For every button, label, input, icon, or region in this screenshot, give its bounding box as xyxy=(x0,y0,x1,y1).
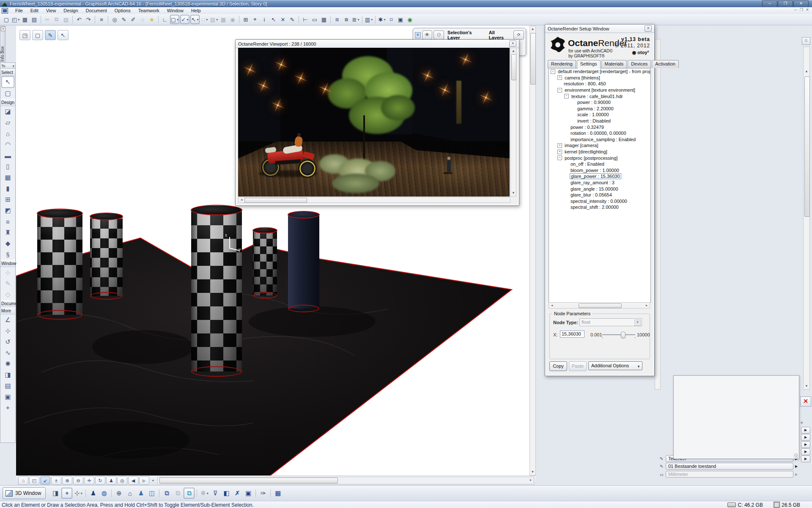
save-button[interactable]: ▦ xyxy=(21,15,29,24)
menu-document[interactable]: Document xyxy=(82,8,111,14)
document-3d-button[interactable]: ▣ xyxy=(243,488,253,498)
menu-view[interactable]: View xyxy=(42,8,60,14)
tree-row[interactable]: +imager [camera] xyxy=(549,142,650,149)
print-button[interactable]: ▤ xyxy=(30,15,38,24)
photo-button[interactable]: ▣ xyxy=(396,15,405,24)
walk-button[interactable]: ♟ xyxy=(106,476,116,485)
render-preview-button[interactable]: ▦ xyxy=(273,488,283,498)
collapse-icon[interactable]: − xyxy=(551,69,555,74)
wall-tool[interactable]: ◪ xyxy=(0,106,15,117)
section-tool[interactable]: ◨ xyxy=(0,369,15,380)
copy-button[interactable]: Copy xyxy=(549,361,567,371)
door-tool[interactable]: ▮ xyxy=(0,183,15,194)
previous-zoom-button[interactable]: ◀ xyxy=(128,476,138,485)
tab-materials[interactable]: Materials xyxy=(601,60,627,68)
toolbox-section-window[interactable]: Window xyxy=(0,260,15,267)
tree-row[interactable]: rotation : 0.00000, 0.00000 xyxy=(549,130,650,137)
tree-row[interactable]: bloom_power : 1.00000 xyxy=(549,167,650,174)
expand-icon[interactable]: + xyxy=(557,75,562,80)
roof-tool[interactable]: ⌂ xyxy=(0,128,15,139)
tree-row[interactable]: gamma : 2.20000 xyxy=(549,106,650,112)
additional-options-dropdown[interactable]: Additional Options ▼ xyxy=(588,361,642,370)
layer-settings-button[interactable]: ▥▾ xyxy=(365,15,373,24)
fit-selection-button[interactable]: ◎ xyxy=(117,476,127,485)
lock-layer-button[interactable]: ⚇ xyxy=(433,30,444,40)
navy-cylinder[interactable] xyxy=(288,215,319,309)
skylight-tool[interactable]: ◩ xyxy=(0,205,15,216)
tree-row[interactable]: −postproc [postprocessing] xyxy=(549,155,650,161)
edit-plane-button[interactable]: ✎ xyxy=(288,15,296,24)
group-button[interactable]: ⧈ xyxy=(333,15,341,24)
view-mode-button[interactable]: ◨ xyxy=(50,488,60,498)
dropdown-arrow-icon[interactable]: ▾ xyxy=(18,18,19,22)
restore-button[interactable]: ❐ xyxy=(778,0,793,8)
filter-elements-button[interactable]: ⊽ xyxy=(210,488,220,498)
open-file-button[interactable]: ◰▾ xyxy=(11,15,20,24)
expand-icon[interactable]: + xyxy=(557,143,562,148)
curtain-wall-tool[interactable]: ▦ xyxy=(0,172,15,183)
tree-row[interactable]: power : 0.32479 xyxy=(549,124,650,130)
place-figure-button[interactable]: ♟ xyxy=(136,488,146,498)
coordinates-button[interactable]: ⊹▾ xyxy=(73,488,83,498)
collapsed-panel-arrow[interactable]: ▶ xyxy=(801,427,810,434)
resize-grip[interactable] xyxy=(794,453,798,458)
pan-edit-button[interactable]: ↙ xyxy=(40,476,50,485)
dropdown-arrow-icon[interactable]: ▾ xyxy=(206,18,208,22)
collapsed-panel-arrow[interactable]: ▶ xyxy=(801,448,810,455)
tab-devices[interactable]: Devices xyxy=(628,60,651,68)
menu-edit[interactable]: Edit xyxy=(27,8,42,14)
tree-row[interactable]: glare_ray_amount : 3 xyxy=(549,180,650,186)
marquee-tool[interactable]: ▢ xyxy=(0,88,15,99)
dropdown-arrow-icon[interactable]: ▾ xyxy=(384,18,385,22)
marquee-mode-button[interactable]: ▢▾ xyxy=(170,15,179,24)
toolbox-section-docume[interactable]: Docume xyxy=(0,300,15,307)
lamp-tool[interactable]: ✺ xyxy=(0,358,15,369)
orbit-camera-button[interactable]: ⌖ xyxy=(61,488,72,499)
tab-settings[interactable]: Settings xyxy=(577,60,601,69)
lock-button[interactable]: ⧇ xyxy=(342,15,351,24)
cursor-snap-button[interactable]: ↖ xyxy=(269,15,278,24)
level-dimension-tool[interactable]: ⊹ xyxy=(0,325,15,336)
child-restore-button[interactable]: ❐ xyxy=(798,8,804,12)
octane-setup-close-icon[interactable]: ✕ xyxy=(645,25,652,32)
copy-picture-button[interactable]: ⧉ xyxy=(162,488,172,498)
window-tool[interactable]: ⊞ xyxy=(0,194,15,205)
collapsed-panel-arrow[interactable]: ▶ xyxy=(801,434,810,441)
menu-design[interactable]: Design xyxy=(60,8,82,14)
dropdown-arrow-icon[interactable]: ▾ xyxy=(81,492,82,495)
teamwork-ok-button[interactable]: ◉ xyxy=(406,15,414,24)
x-value-slider[interactable] xyxy=(602,334,635,335)
slider-thumb[interactable] xyxy=(621,332,625,339)
tab-activation[interactable]: Activation xyxy=(652,60,679,68)
stair-tool[interactable]: ≡ xyxy=(0,216,15,227)
home-view-button[interactable]: ⌂ xyxy=(125,488,135,498)
marquee-views-button[interactable]: ▢ xyxy=(32,30,43,40)
walk-mode-button[interactable]: ♟ xyxy=(88,488,98,498)
inject-parameters-button[interactable]: ✐ xyxy=(129,15,137,24)
palette-scrollbar[interactable] xyxy=(655,39,661,390)
toolbox-close-icon[interactable]: x xyxy=(13,64,15,68)
suitable-elements-button[interactable]: ✓▾ xyxy=(180,15,189,24)
arrow-mode-button[interactable]: ↖▾ xyxy=(190,15,200,24)
render-vertical-scrollbar[interactable]: ▲ ▼ xyxy=(510,48,516,197)
measure-button[interactable]: ∟ xyxy=(161,15,169,24)
tree-row[interactable]: glare_power : 15.36030 xyxy=(549,173,650,180)
slab-tool[interactable]: ▱ xyxy=(0,117,15,128)
tree-row[interactable]: +kernel [directlighting] xyxy=(549,149,650,155)
column-tool[interactable]: ▯ xyxy=(0,161,15,172)
3d-window-button[interactable]: 3D Window xyxy=(3,487,46,499)
close-button[interactable]: ✕ xyxy=(793,0,809,8)
save-view-button[interactable]: ▦ xyxy=(320,15,328,24)
lock-icon[interactable]: ⚿ xyxy=(802,37,810,45)
zoom-out-button[interactable]: ⊖ xyxy=(73,476,83,485)
shell-tool[interactable]: ◠ xyxy=(0,139,15,150)
coordinates-button[interactable]: ⌖ xyxy=(251,15,259,24)
zoom-window-button[interactable]: ◰ xyxy=(29,476,39,485)
angle-dimension-tool[interactable]: ∠ xyxy=(0,314,15,325)
paintbrush-button[interactable]: ✑ xyxy=(258,488,268,498)
tree-row[interactable]: −texture : cafe_bleu01.hdr xyxy=(549,93,650,99)
child-close-button[interactable]: ✕ xyxy=(804,8,810,12)
x-value-input[interactable]: 15,36030 xyxy=(560,330,584,338)
checkered-cylinder[interactable] xyxy=(37,213,82,315)
layer-combination-row[interactable]: ✎ 01 Bestaande toestand ▶ xyxy=(660,462,799,470)
